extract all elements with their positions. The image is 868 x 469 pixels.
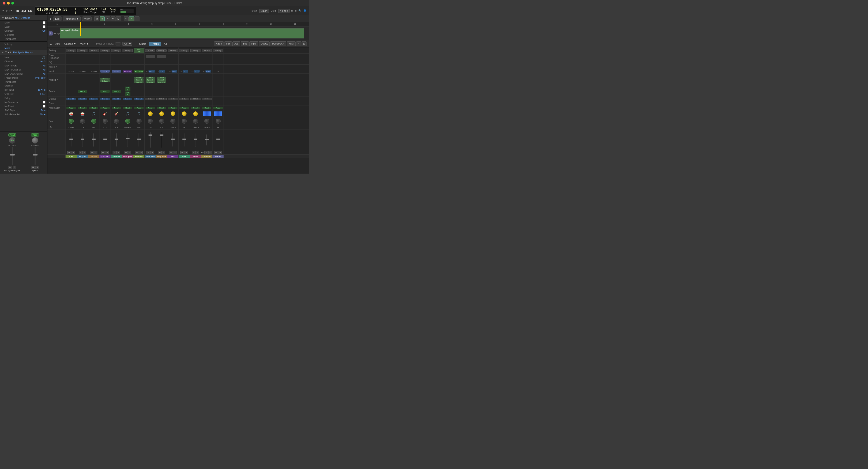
fader-track-ch-1[interactable] (82, 133, 83, 147)
solo-ch-1[interactable]: S (83, 151, 86, 154)
ch-name-0[interactable]: E-Kit (66, 155, 77, 158)
solo-ch-7[interactable]: S (150, 151, 154, 154)
forward-button[interactable]: ▶▶ (28, 9, 33, 13)
ch-name-13[interactable]: Master (213, 155, 224, 158)
solo-ch-12[interactable]: D (209, 151, 212, 154)
solo-ch-8[interactable]: S (162, 151, 165, 154)
mute-ch-3[interactable]: M (101, 151, 105, 154)
ch-name-10[interactable]: Bass (179, 155, 190, 158)
close-button[interactable] (3, 2, 5, 4)
fader-thumb-ch-11[interactable] (194, 138, 197, 140)
no-transpose-checkbox[interactable] (43, 101, 45, 103)
vel-limit-value[interactable]: 1 127 (40, 93, 45, 95)
mute-checkbox[interactable] (43, 21, 45, 24)
list-view-icon[interactable]: ≡ (100, 16, 105, 21)
fader-track-ch-13[interactable] (218, 133, 218, 147)
midi-in-port-value[interactable]: All (43, 64, 45, 67)
mute-button-2[interactable]: M (31, 166, 35, 169)
ch-name-4[interactable]: Sub Bass (111, 155, 122, 158)
fx-space-d-7[interactable]: Space D (146, 79, 155, 81)
fader-thumb-ch-0[interactable] (69, 138, 73, 140)
pan-knob-1[interactable]: +19 (9, 137, 16, 144)
pan-knob-channel-12[interactable] (204, 119, 209, 124)
mute-ch-4[interactable]: M (113, 151, 117, 154)
fx-chorus-6[interactable]: Chorus (134, 76, 144, 79)
more-link[interactable]: More (0, 46, 47, 50)
solo-ch-2[interactable]: S (94, 151, 97, 154)
fader-thumb-ch-10[interactable] (182, 138, 186, 140)
fx-chan-eq-3[interactable]: Chan EQ (100, 78, 110, 80)
automation-badge-1[interactable]: Read (8, 133, 16, 136)
fader-track-1[interactable] (12, 147, 13, 165)
fader-thumb-ch-12[interactable] (205, 139, 209, 140)
ch-name-3[interactable]: Synth Bass (99, 155, 111, 158)
solo-ch-0[interactable]: S (71, 151, 75, 154)
automation-badge-2[interactable]: Read (31, 133, 39, 136)
mute-ch-5[interactable]: M (124, 151, 128, 154)
fader-thumb-ch-4[interactable] (115, 138, 118, 140)
fx-st-delay-3[interactable]: St-Delay (100, 80, 110, 82)
single-tab[interactable]: Single (137, 42, 149, 46)
tool-icon-1[interactable]: ≡ (291, 9, 293, 12)
cursor-tool[interactable]: ↖ (124, 16, 129, 21)
person-icon[interactable]: 👤 (303, 9, 307, 12)
sends-toggle[interactable] (115, 42, 121, 45)
channel-value[interactable]: Inst 3 (40, 60, 45, 63)
midi-in-channel-value[interactable]: All (43, 68, 45, 71)
freeze-mode-value[interactable]: Pre Fader (35, 76, 45, 79)
fader-track-2[interactable] (35, 147, 35, 165)
midi-out-channel-value[interactable]: All (43, 72, 45, 75)
ch-name-2[interactable]: Tom Fill (88, 155, 99, 158)
pan-knob-channel-5[interactable] (125, 119, 130, 124)
maximize-button[interactable] (11, 2, 14, 4)
midi-tool-icon[interactable]: M (116, 16, 121, 21)
solo-ch-13[interactable]: S (218, 151, 222, 154)
view-arrange-button[interactable]: View (82, 17, 92, 21)
fader-track-ch-7[interactable] (150, 132, 151, 148)
fader-thumb-2[interactable] (33, 154, 37, 156)
quantize-value[interactable]: Off (42, 30, 45, 32)
rewind-button[interactable]: ⏮ (16, 9, 19, 13)
solo-ch-4[interactable]: S (116, 151, 120, 154)
pan-knob-channel-6[interactable] (136, 119, 142, 124)
fader-thumb-ch-13[interactable] (216, 138, 220, 140)
edit-button[interactable]: Edit (53, 17, 61, 21)
mixer-options-button[interactable]: Options ▼ (63, 42, 78, 46)
mute-ch-7[interactable]: M (147, 151, 151, 154)
staff-style-value[interactable]: Auto (41, 109, 45, 112)
region-block[interactable]: Fat Synth Rhythm (60, 29, 304, 38)
mute-ch-2[interactable]: M (90, 151, 94, 154)
region-collapse-icon[interactable]: ▼ (2, 17, 4, 19)
ch-name-1[interactable]: Hat..pper (77, 155, 88, 158)
fx-chan-eq-6[interactable]: Chan EQ (134, 81, 144, 83)
fader-thumb-ch-6[interactable] (137, 138, 141, 140)
fx-chorus-7[interactable]: Chorus (146, 76, 155, 79)
fader-track-ch-0[interactable] (71, 133, 71, 147)
edit-tool-icon[interactable]: ✎ (105, 16, 110, 21)
fader-thumb-ch-9[interactable] (171, 138, 175, 140)
fx-chan-eq-7[interactable]: Chan EQ (146, 81, 155, 83)
bus-type-button[interactable]: Bus (241, 41, 249, 46)
input-type-button[interactable]: Input (249, 41, 258, 46)
pan-knob-channel-1[interactable] (80, 119, 85, 124)
snap-value[interactable]: Smart (259, 9, 269, 13)
mixer-edit-button[interactable]: View (54, 42, 62, 46)
sends-select[interactable]: Off (122, 42, 132, 46)
arrange-collapse-icon[interactable]: ▲ (49, 18, 52, 20)
pan-knob-channel-13[interactable] (216, 119, 221, 124)
ch-name-6[interactable]: Alien Lead (133, 155, 145, 158)
aux-type-button[interactable]: Aux (232, 41, 240, 46)
solo-button-2[interactable]: S (35, 166, 39, 169)
loop-tool-icon[interactable]: ↺ (111, 16, 116, 21)
back-button[interactable]: ◀◀ (21, 9, 26, 13)
mute-button-1[interactable]: M (8, 166, 12, 169)
fader-track-ch-11[interactable] (195, 133, 196, 147)
midi-type-button[interactable]: MIDI (287, 41, 296, 46)
loop-checkbox[interactable] (43, 25, 45, 28)
fader-track-ch-6[interactable] (138, 133, 139, 147)
mute-ch-13[interactable]: M (214, 151, 218, 154)
fader-thumb-ch-7[interactable] (149, 134, 152, 136)
fader-thumb-ch-8[interactable] (160, 134, 163, 136)
mute-ch-12[interactable]: M (204, 151, 209, 154)
mute-ch-11[interactable]: M (192, 151, 196, 154)
